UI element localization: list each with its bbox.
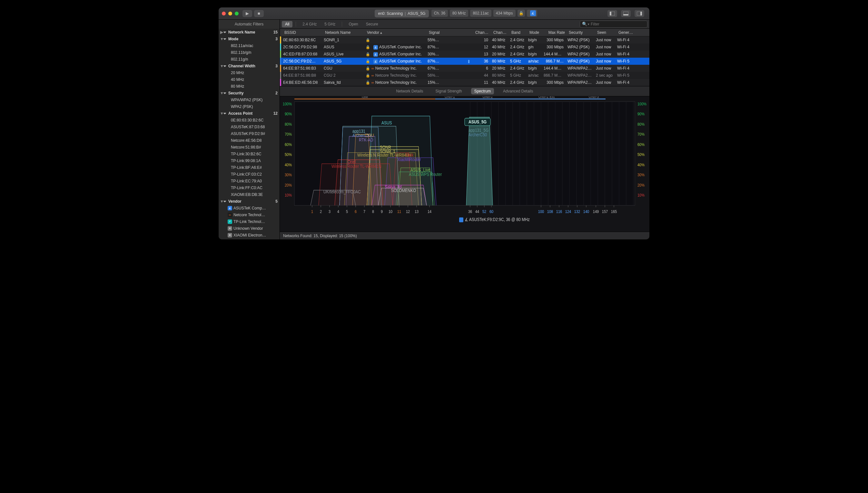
minimize-icon[interactable] <box>228 12 232 16</box>
svg-text:70%: 70% <box>285 132 292 137</box>
sidebar-item[interactable]: 802.11b/g/n <box>219 49 280 56</box>
cell-signal: 56% <box>426 73 472 78</box>
sidebar-group[interactable]: ▼⏷Vendor5 <box>219 198 280 205</box>
cell-seen: 2 sec ago <box>594 73 615 78</box>
svg-rect-3 <box>623 14 628 16</box>
vendor-icon: ዖ <box>228 219 232 224</box>
layout-right-button[interactable] <box>635 10 644 17</box>
sidebar-item[interactable]: TP-Link:FF:C0:AC <box>219 184 280 191</box>
window-controls <box>222 12 239 16</box>
table-row[interactable]: 0E:80:63:30:B2:6CSONR_1🔒55%1040 MHz2.4 G… <box>280 37 649 43</box>
table-row[interactable]: 2C:56:DC:F9:D2…ASUS_5G🔒∡ASUSTeK Computer… <box>280 58 649 65</box>
sidebar-item[interactable]: TP-Link:EC:79:A0 <box>219 177 280 184</box>
column-header[interactable]: Network Name <box>323 30 365 35</box>
sidebar-item[interactable]: 40 MHz <box>219 76 280 83</box>
sidebar-item[interactable]: TP-Link:CF:03:C2 <box>219 171 280 177</box>
close-icon[interactable] <box>222 12 226 16</box>
svg-text:100: 100 <box>538 209 544 214</box>
sidebar-item[interactable]: 80 MHz <box>219 83 280 90</box>
sidebar-item[interactable]: 802.11a/n/ac <box>219 42 280 49</box>
svg-rect-1 <box>610 12 611 16</box>
cell-chanwidth: 40 MHz <box>490 80 508 85</box>
vendor-icon: ∞ <box>371 66 374 70</box>
title-sep: | <box>405 11 406 16</box>
filter-tab[interactable]: All <box>282 21 292 27</box>
column-header[interactable]: Channel <box>473 30 491 35</box>
sidebar-group[interactable]: ▶⏷Network Name15 <box>219 29 280 36</box>
sidebar-group-label: Network Name <box>228 30 273 35</box>
layout-left-button[interactable] <box>607 10 617 17</box>
sidebar-item-label: ASUSTeK:87:D3:68 <box>220 125 277 129</box>
cell-mode: b/g/n <box>526 66 542 70</box>
cell-channel: 36 <box>472 59 490 63</box>
cell-chanwidth: 80 MHz <box>490 59 508 63</box>
svg-text:60: 60 <box>490 209 494 214</box>
sidebar-item-label: 802.11g/n <box>220 57 277 62</box>
sidebar-item-label: XIAOMI:EB:DB:3E <box>220 192 277 197</box>
column-header[interactable]: Chann… <box>491 30 510 35</box>
column-header[interactable]: Max Rate <box>543 30 567 35</box>
column-header[interactable]: Seen <box>595 30 617 35</box>
column-header[interactable]: Generation <box>617 30 637 35</box>
sidebar-item[interactable]: 802.11g/n <box>219 56 280 63</box>
sidebar-item[interactable]: 20 MHz <box>219 69 280 76</box>
sidebar-item[interactable]: WPA/WPA2 (PSK) <box>219 97 280 103</box>
filter-tab[interactable]: 2.4 GHz <box>299 21 320 27</box>
detail-tab[interactable]: Advanced Details <box>500 88 536 94</box>
sidebar-item[interactable]: 0E:80:63:30:B2:6C <box>219 116 280 123</box>
sidebar-item[interactable]: TP-Link:99:08:1A <box>219 157 280 164</box>
detail-tab[interactable]: Signal Strength <box>432 88 465 94</box>
cell-security: WPA/WPA2 (… <box>565 66 594 70</box>
sidebar-item[interactable]: ዖTP-Link Technol… <box>219 218 280 225</box>
layout-bottom-button[interactable] <box>621 10 631 17</box>
sidebar-item[interactable]: TP-Link:BF:A6:E# <box>219 164 280 171</box>
svg-text:108: 108 <box>547 209 553 214</box>
sidebar-item[interactable]: Netcore:4E:56:D8 <box>219 137 280 144</box>
table-row[interactable]: 64:EE:B7:51:86:B3CGU🔒∞Netcore Technology… <box>280 65 649 72</box>
lock-icon: 🔒 <box>366 45 370 49</box>
sidebar-group[interactable]: ▼⏷Security2 <box>219 90 280 97</box>
cell-vendor: 🔒∞Netcore Technology Inc. <box>364 80 426 85</box>
sidebar-group[interactable]: ▼⏷Channel Width3 <box>219 63 280 69</box>
search-input[interactable] <box>590 22 645 27</box>
sidebar-item[interactable]: ✕XIAOMI Electron… <box>219 232 280 238</box>
vendor-icon: ∞ <box>371 73 374 77</box>
sidebar-item[interactable]: ✕Unknown Vendor <box>219 225 280 232</box>
sidebar-item[interactable]: ∞Netcore Technol… <box>219 211 280 218</box>
sidebar-item[interactable]: TP-Link:30:B2:6C <box>219 150 280 157</box>
svg-text:ASUS_5G: ASUS_5G <box>469 119 487 124</box>
search-field[interactable]: 🔍 ▾ <box>580 21 647 28</box>
filter-tab[interactable]: Secure <box>363 21 381 27</box>
column-header[interactable]: Security <box>567 30 595 35</box>
sidebar-item[interactable]: ASUSTeK:F9:D2:9# <box>219 130 280 137</box>
stop-button[interactable]: ■ <box>254 10 264 17</box>
filter-tab[interactable]: Open <box>345 21 361 27</box>
column-header[interactable]: Band <box>510 30 528 35</box>
sidebar-item[interactable]: XIAOMI:EB:DB:3E <box>219 191 280 198</box>
sidebar-group[interactable]: ▼⏷Access Point12 <box>219 110 280 116</box>
sidebar-item-label: WPA/WPA2 (PSK) <box>220 98 277 102</box>
sidebar-item[interactable]: WPA2 (PSK) <box>219 103 280 110</box>
filter-tab[interactable]: 5 GHz <box>321 21 338 27</box>
column-header[interactable]: Mode <box>528 30 543 35</box>
sidebar-item[interactable]: ASUSTeK:87:D3:68 <box>219 123 280 130</box>
cell-signal: 55% <box>426 38 472 42</box>
column-header[interactable]: BSSID <box>283 30 323 35</box>
table-row[interactable]: 64:EE:B7:51:86:B8CGU 2🔒∞Netcore Technolo… <box>280 72 649 79</box>
table-row[interactable]: 2C:56:DC:F9:D2:98ASUS🔒∡ASUSTeK Computer … <box>280 43 649 50</box>
play-button[interactable]: ▶ <box>243 10 252 17</box>
cell-signal: 87% <box>426 45 472 49</box>
detail-tab[interactable]: Network Details <box>393 88 427 94</box>
sidebar-item-label: TP-Link:BF:A6:E# <box>220 165 277 170</box>
table-row[interactable]: E4:BE:ED:4E:56:D8Sakva_ltd🔒∞Netcore Tech… <box>280 79 649 86</box>
svg-text:50%: 50% <box>638 152 644 157</box>
sidebar-item[interactable]: ∡ASUSTeK Comp… <box>219 205 280 211</box>
sidebar-group[interactable]: ▼⏷Mode3 <box>219 36 280 42</box>
detail-tab[interactable]: Spectrum <box>471 88 494 94</box>
sidebar-item[interactable]: Netcore:51:86:B# <box>219 144 280 150</box>
column-header[interactable]: Signal <box>427 30 473 35</box>
zoom-icon[interactable] <box>235 12 239 16</box>
filter-icon: ⏷ <box>223 30 228 34</box>
column-header[interactable]: Vendor ▴ <box>365 30 427 35</box>
table-row[interactable]: 4C:ED:FB:87:D3:68ASUS_Live🔒∡ASUSTeK Comp… <box>280 50 649 58</box>
